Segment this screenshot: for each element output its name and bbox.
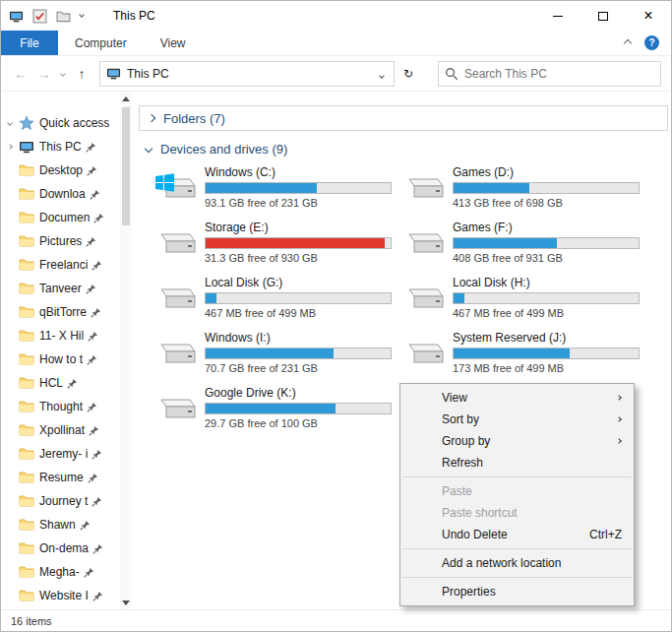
pc-icon bbox=[19, 139, 34, 155]
close-button[interactable]: × bbox=[626, 1, 671, 31]
scroll-down-icon[interactable] bbox=[120, 596, 132, 609]
sidebar-item[interactable]: Xpollinat bbox=[1, 418, 132, 442]
sidebar-item[interactable]: Tanveer bbox=[1, 277, 132, 300]
drive-usage-bar bbox=[205, 292, 392, 304]
drive-tile[interactable]: Games (D:) 413 GB free of 698 GB bbox=[403, 165, 651, 210]
sidebar-item[interactable]: Thought bbox=[1, 395, 132, 418]
qat-new-folder-icon[interactable] bbox=[56, 9, 71, 24]
address-bar[interactable]: This PC bbox=[99, 61, 395, 87]
sidebar-item-label: Xpollinat bbox=[39, 423, 85, 437]
scrollbar-thumb[interactable] bbox=[122, 107, 130, 225]
pin-icon bbox=[90, 189, 100, 200]
drive-free-space: 173 MB free of 499 MB bbox=[453, 362, 640, 374]
expanded-chevron-icon[interactable] bbox=[145, 145, 153, 153]
menu-item-label: View bbox=[442, 391, 467, 405]
drive-name: Windows (C:) bbox=[205, 165, 392, 179]
minimize-ribbon-icon[interactable] bbox=[624, 38, 632, 46]
recent-locations-dropdown-icon[interactable] bbox=[56, 72, 70, 76]
sidebar-item[interactable]: Journey t bbox=[1, 489, 132, 513]
group-label: Folders bbox=[163, 111, 206, 126]
sidebar-item[interactable]: Megha- bbox=[1, 560, 132, 584]
pin-icon bbox=[80, 520, 91, 531]
context-menu-item[interactable]: Properties bbox=[400, 581, 634, 602]
pin-icon bbox=[86, 142, 96, 153]
drive-tile[interactable]: Windows (C:) 93.1 GB free of 231 GB bbox=[155, 165, 403, 210]
pin-icon bbox=[87, 165, 97, 176]
sidebar-item[interactable]: Pictures bbox=[1, 229, 132, 253]
sidebar-item[interactable]: Jeremy- i bbox=[1, 442, 132, 466]
qat-customize-dropdown-icon[interactable] bbox=[79, 12, 85, 18]
address-dropdown-icon[interactable] bbox=[374, 67, 390, 81]
folder-icon bbox=[19, 564, 34, 580]
drive-tile[interactable]: Windows (I:) 70.7 GB free of 231 GB bbox=[155, 331, 403, 375]
sidebar-item-label: Tanveer bbox=[39, 282, 82, 295]
sidebar-item[interactable]: Desktop bbox=[1, 158, 132, 182]
up-button[interactable]: ↑ bbox=[70, 62, 93, 86]
sidebar-item[interactable]: Downloa bbox=[1, 182, 132, 206]
pin-icon bbox=[89, 425, 99, 436]
drive-tile[interactable]: Local Disk (G:) 467 MB free of 499 MB bbox=[155, 276, 403, 320]
forward-button[interactable]: → bbox=[32, 62, 56, 86]
tab-view[interactable]: View bbox=[144, 31, 203, 55]
context-menu-item[interactable]: Add a network location bbox=[400, 552, 634, 574]
qat-properties-icon[interactable] bbox=[32, 9, 47, 24]
drive-tile[interactable]: Local Disk (H:) 467 MB free of 499 MB bbox=[403, 276, 651, 320]
sidebar-item[interactable]: 11- X Hil bbox=[1, 324, 132, 348]
sidebar-item-label: qBitTorre bbox=[39, 305, 87, 319]
tab-computer[interactable]: Computer bbox=[58, 31, 144, 55]
sidebar-item[interactable]: How to t bbox=[1, 348, 132, 371]
drive-usage-bar bbox=[453, 237, 640, 249]
devices-group-header[interactable]: Devices and drives (9) bbox=[146, 140, 671, 158]
folders-group-header[interactable]: Folders (7) bbox=[149, 111, 225, 126]
submenu-chevron-icon bbox=[616, 395, 622, 401]
window-title: This PC bbox=[113, 9, 155, 23]
drive-tile[interactable]: Google Drive (K:) 29.7 GB free of 100 GB bbox=[155, 386, 403, 430]
sidebar-item[interactable]: qBitTorre bbox=[1, 300, 132, 324]
sidebar-item[interactable]: Documen bbox=[1, 206, 132, 229]
scroll-up-icon[interactable] bbox=[120, 92, 132, 105]
sidebar-scrollbar[interactable] bbox=[120, 92, 132, 609]
folder-icon bbox=[19, 588, 34, 603]
submenu-chevron-icon bbox=[616, 438, 622, 444]
context-menu-item[interactable]: Refresh bbox=[400, 452, 634, 474]
context-menu-item[interactable]: Group by bbox=[400, 430, 634, 452]
drive-tile[interactable]: System Reserved (J:) 173 MB free of 499 … bbox=[403, 331, 651, 375]
sidebar-item[interactable]: Quick access bbox=[1, 111, 132, 135]
search-box[interactable] bbox=[438, 61, 661, 87]
sidebar-item[interactable]: Website I bbox=[1, 584, 132, 607]
tab-file[interactable]: File bbox=[1, 31, 58, 55]
sidebar-item[interactable]: Freelanci bbox=[1, 253, 132, 277]
pin-icon bbox=[86, 284, 96, 294]
back-button[interactable]: ← bbox=[9, 62, 32, 86]
minimize-button[interactable] bbox=[535, 1, 580, 31]
title-bar: This PC × bbox=[1, 1, 671, 31]
drive-usage-bar bbox=[205, 237, 392, 249]
folder-icon bbox=[19, 162, 34, 178]
context-menu-item[interactable]: View bbox=[400, 387, 634, 409]
sidebar-item-label: Jeremy- i bbox=[39, 447, 88, 461]
search-icon bbox=[445, 67, 458, 81]
search-input[interactable] bbox=[464, 67, 654, 81]
folder-icon bbox=[19, 375, 34, 391]
sidebar-item-label: Resume bbox=[39, 471, 84, 484]
sidebar-item-label: Website I bbox=[39, 589, 89, 602]
context-menu-item[interactable]: Undo Delete Ctrl+Z bbox=[400, 524, 634, 545]
drive-tile[interactable]: Games (F:) 408 GB free of 931 GB bbox=[403, 221, 651, 265]
explorer-window: This PC × File Computer View ? ← → ↑ Thi… bbox=[0, 0, 672, 632]
drive-tile[interactable]: Storage (E:) 31.3 GB free of 930 GB bbox=[155, 221, 403, 265]
folder-icon bbox=[19, 210, 34, 225]
context-menu-item[interactable]: Sort by bbox=[400, 409, 634, 430]
menu-separator bbox=[402, 577, 632, 578]
sidebar-item[interactable]: HCL bbox=[1, 371, 132, 395]
sidebar-item[interactable]: This PC bbox=[1, 135, 132, 158]
sidebar-item-label: Shawn bbox=[39, 518, 76, 532]
sidebar-item[interactable]: Resume bbox=[1, 466, 132, 489]
sidebar-item[interactable]: Shawn bbox=[1, 513, 132, 537]
sidebar-item-label: Documen bbox=[39, 211, 90, 224]
help-icon[interactable]: ? bbox=[644, 35, 659, 50]
drive-free-space: 29.7 GB free of 100 GB bbox=[205, 417, 392, 429]
sidebar-item[interactable]: On-dema bbox=[1, 537, 132, 560]
maximize-button[interactable] bbox=[580, 1, 626, 31]
refresh-button[interactable]: ↻ bbox=[395, 61, 422, 87]
collapsed-chevron-icon[interactable] bbox=[148, 114, 155, 122]
